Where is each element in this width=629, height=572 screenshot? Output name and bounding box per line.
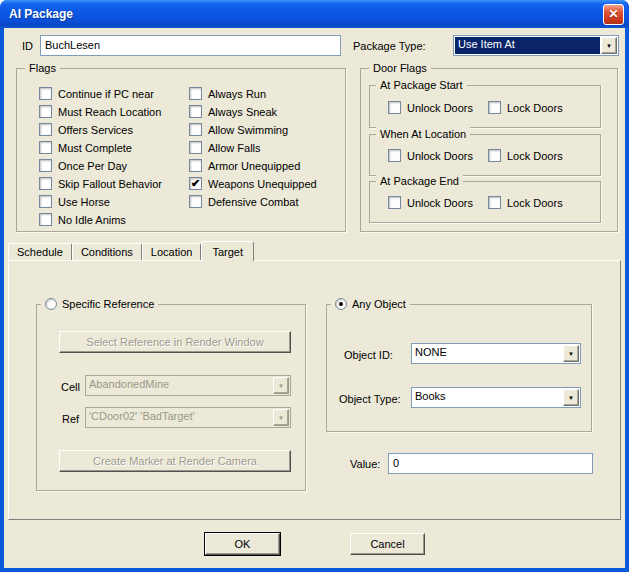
location-unlock-doors[interactable]: Unlock Doors [388, 149, 473, 162]
flag-defensive-combat[interactable]: Defensive Combat [189, 195, 317, 208]
checkbox[interactable] [39, 213, 52, 226]
any-object-group: Any Object Object ID: NONE ▼ Object Type… [326, 304, 592, 432]
checkbox[interactable] [388, 196, 401, 209]
flag-allow-swimming[interactable]: Allow Swimming [189, 123, 317, 136]
flag-always-sneak[interactable]: Always Sneak [189, 105, 317, 118]
object-type-dropdown[interactable]: Books ▼ [411, 387, 581, 408]
checkbox[interactable] [39, 105, 52, 118]
checkbox[interactable] [189, 123, 202, 136]
flag-always-run[interactable]: Always Run [189, 87, 317, 100]
when-at-location-title: When At Location [376, 127, 470, 141]
close-button[interactable]: ✕ [603, 4, 624, 25]
checkbox[interactable] [388, 101, 401, 114]
flags-right-column: Always Run Always Sneak Allow Swimming A… [189, 87, 317, 213]
create-marker-button[interactable]: Create Marker at Render Camera [59, 450, 291, 472]
package-type-dropdown[interactable]: Use Item At ▼ [453, 35, 619, 56]
titlebar[interactable]: AI Package ✕ [0, 0, 629, 28]
dropdown-arrow-icon[interactable]: ▼ [273, 377, 289, 394]
checkbox[interactable] [39, 123, 52, 136]
flag-label: Must Reach Location [58, 106, 161, 118]
flag-must-complete[interactable]: Must Complete [39, 141, 162, 154]
package-type-label: Package Type: [353, 40, 426, 52]
door-flag-label: Lock Doors [507, 102, 563, 114]
specific-reference-radio[interactable] [45, 298, 57, 310]
flag-label: No Idle Anims [58, 214, 126, 226]
any-object-radio[interactable] [335, 298, 347, 310]
checkbox[interactable] [189, 195, 202, 208]
ref-dropdown[interactable]: 'CDoor02' 'BadTarget' ▼ [85, 407, 291, 428]
dropdown-arrow-icon[interactable]: ▼ [273, 409, 289, 426]
flag-offers-services[interactable]: Offers Services [39, 123, 162, 136]
flag-label: Armor Unequipped [208, 160, 300, 172]
id-input[interactable]: BuchLesen [40, 35, 341, 56]
checkbox[interactable] [39, 177, 52, 190]
when-at-location-group: When At Location Unlock Doors Lock Doors [369, 134, 601, 176]
flag-skip-fallout-behavior[interactable]: Skip Fallout Behavior [39, 177, 162, 190]
flag-once-per-day[interactable]: Once Per Day [39, 159, 162, 172]
end-lock-doors[interactable]: Lock Doors [488, 196, 563, 209]
tab-target[interactable]: Target [201, 241, 254, 261]
checkbox[interactable] [189, 177, 202, 190]
checkbox[interactable] [39, 195, 52, 208]
specific-reference-legend: Specific Reference [41, 297, 158, 311]
flag-label: Must Complete [58, 142, 132, 154]
dropdown-arrow-icon[interactable]: ▼ [563, 345, 579, 362]
checkbox[interactable] [488, 196, 501, 209]
dropdown-arrow-icon[interactable]: ▼ [601, 37, 617, 54]
flag-use-horse[interactable]: Use Horse [39, 195, 162, 208]
any-object-title: Any Object [352, 297, 406, 311]
at-package-end-group: At Package End Unlock Doors Lock Doors [369, 181, 601, 223]
checkbox[interactable] [39, 159, 52, 172]
cell-dropdown[interactable]: AbandonedMine ▼ [85, 375, 291, 396]
select-reference-button[interactable]: Select Reference in Render Window [59, 331, 291, 353]
flag-weapons-unequipped[interactable]: Weapons Unequipped [189, 177, 317, 190]
door-flag-label: Unlock Doors [407, 197, 473, 209]
door-flag-label: Lock Doors [507, 197, 563, 209]
close-icon: ✕ [608, 8, 618, 20]
value-input[interactable]: 0 [388, 453, 593, 474]
tab-conditions[interactable]: Conditions [72, 243, 142, 260]
checkbox[interactable] [39, 141, 52, 154]
cancel-button[interactable]: Cancel [350, 533, 425, 555]
flag-armor-unequipped[interactable]: Armor Unequipped [189, 159, 317, 172]
flag-label: Offers Services [58, 124, 133, 136]
checkbox[interactable] [189, 141, 202, 154]
at-package-start-title: At Package Start [376, 78, 467, 92]
tab-schedule[interactable]: Schedule [8, 243, 72, 260]
checkbox[interactable] [189, 87, 202, 100]
dropdown-arrow-icon[interactable]: ▼ [563, 389, 579, 406]
flag-allow-falls[interactable]: Allow Falls [189, 141, 317, 154]
checkbox[interactable] [488, 149, 501, 162]
ok-button[interactable]: OK [205, 533, 280, 555]
object-id-dropdown[interactable]: NONE ▼ [411, 343, 581, 364]
flag-label: Allow Swimming [208, 124, 288, 136]
flag-no-idle-anims[interactable]: No Idle Anims [39, 213, 162, 226]
flag-label: Weapons Unequipped [208, 178, 317, 190]
location-lock-doors[interactable]: Lock Doors [488, 149, 563, 162]
flag-label: Defensive Combat [208, 196, 299, 208]
flag-continue-if-pc-near[interactable]: Continue if PC near [39, 87, 162, 100]
flags-group: Flags Continue if PC near Must Reach Loc… [16, 68, 346, 232]
checkbox[interactable] [39, 87, 52, 100]
dialog-body: ID BuchLesen Package Type: Use Item At ▼… [4, 28, 625, 568]
object-type-value: Books [412, 388, 562, 407]
tab-location[interactable]: Location [142, 243, 202, 260]
checkbox[interactable] [388, 149, 401, 162]
package-type-value: Use Item At [455, 37, 600, 54]
checkbox[interactable] [189, 105, 202, 118]
door-flag-label: Unlock Doors [407, 102, 473, 114]
id-label: ID [22, 40, 33, 52]
start-lock-doors[interactable]: Lock Doors [488, 101, 563, 114]
target-tab-panel: Specific Reference Select Reference in R… [8, 260, 621, 520]
end-unlock-doors[interactable]: Unlock Doors [388, 196, 473, 209]
cell-value: AbandonedMine [86, 376, 272, 395]
window-title: AI Package [9, 7, 603, 21]
checkbox[interactable] [488, 101, 501, 114]
checkbox[interactable] [189, 159, 202, 172]
start-unlock-doors[interactable]: Unlock Doors [388, 101, 473, 114]
ref-label: Ref [62, 413, 79, 425]
ref-value: 'CDoor02' 'BadTarget' [86, 408, 272, 427]
flag-must-reach-location[interactable]: Must Reach Location [39, 105, 162, 118]
tabstrip: Schedule Conditions Location Target [8, 240, 254, 260]
door-flags-group: Door Flags At Package Start Unlock Doors… [360, 68, 618, 232]
